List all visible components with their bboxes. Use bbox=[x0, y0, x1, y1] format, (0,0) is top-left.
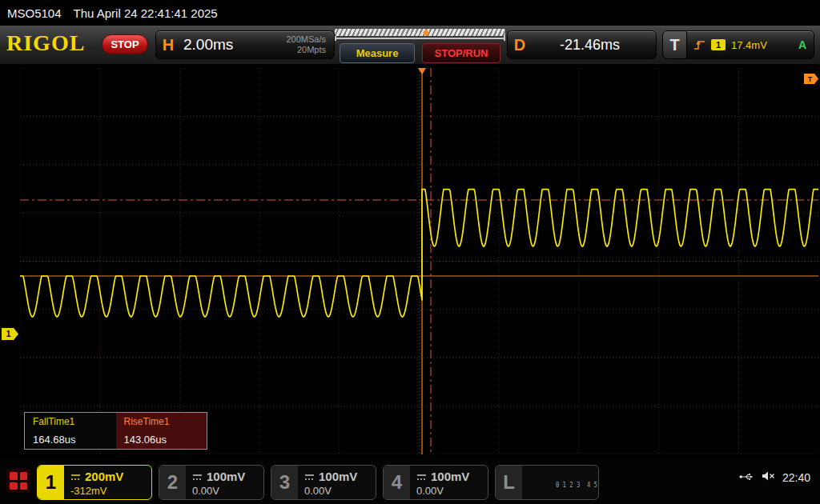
waveform-display[interactable] bbox=[20, 68, 818, 454]
logic-channel-numbers: 0 1 2 3 4 5 6 7 8 9 10 11 12 13 14 15 bbox=[522, 466, 599, 499]
logic-row-1: 0 1 2 3 4 5 6 7 bbox=[556, 482, 599, 489]
memory-range-line bbox=[335, 38, 505, 39]
horizontal-settings-block[interactable]: H 2.00ms 200MSa/s 20Mpts bbox=[155, 30, 335, 59]
trigger-key-label: T bbox=[663, 31, 687, 58]
channel-4-scale: 100mV bbox=[431, 470, 469, 483]
status-bar: MSO5104 Thu April 24 22:41:41 2025 bbox=[0, 0, 820, 26]
oscilloscope-screen: MSO5104 Thu April 24 22:41:41 2025 RIGOL… bbox=[0, 0, 820, 504]
coupling-icon bbox=[192, 470, 203, 483]
channel-3-scale: 100mV bbox=[319, 470, 357, 483]
channel-4-number: 4 bbox=[384, 466, 410, 499]
bottom-bar: 1 200mV -312mV 2 100mV bbox=[0, 460, 820, 504]
stop-run-button[interactable]: STOP/RUN bbox=[422, 43, 500, 63]
coupling-icon bbox=[70, 470, 81, 483]
horizontal-key-label: H bbox=[156, 36, 180, 54]
measurement-value-falltime: 164.68us bbox=[25, 430, 116, 449]
timebase-value: 2.00ms bbox=[183, 36, 233, 54]
trigger-level-value: 17.4mV bbox=[731, 39, 767, 51]
memory-hatch-bar bbox=[335, 29, 505, 36]
channel-2-offset: 0.00V bbox=[192, 485, 263, 497]
datetime-text: Thu April 24 22:41:41 2025 bbox=[74, 6, 218, 20]
measurement-name-risetime[interactable]: RiseTime1 bbox=[116, 413, 207, 430]
channel-1-number: 1 bbox=[38, 466, 64, 499]
delay-block[interactable]: D -21.46ms bbox=[507, 30, 657, 59]
sound-muted-icon bbox=[762, 470, 775, 484]
trigger-block[interactable]: T 1 17.4mV A bbox=[662, 30, 814, 59]
channel-3-offset: 0.00V bbox=[304, 485, 376, 497]
channel-3-block[interactable]: 3 100mV 0.00V bbox=[271, 465, 376, 500]
trigger-mode-indicator: A bbox=[798, 38, 806, 51]
channel1-offset-marker[interactable]: 1 bbox=[2, 328, 18, 340]
rigol-logo: RIGOL bbox=[6, 30, 85, 56]
memory-depth: 20Mpts bbox=[297, 45, 326, 54]
model-name: MSO5104 bbox=[7, 6, 62, 20]
quick-menu-icon[interactable] bbox=[6, 469, 30, 493]
channel-1-scale: 200mV bbox=[85, 470, 123, 483]
channel-2-number: 2 bbox=[159, 466, 186, 499]
measure-button[interactable]: Measure bbox=[340, 43, 415, 63]
delay-value: -21.46ms bbox=[532, 37, 656, 54]
coupling-icon bbox=[416, 470, 427, 483]
scope-graticule-and-trace bbox=[20, 68, 818, 454]
header-bar: RIGOL STOP H 2.00ms 200MSa/s 20Mpts Meas… bbox=[0, 26, 820, 64]
system-tray: 22:40 bbox=[739, 470, 810, 484]
sample-rate: 200MSa/s bbox=[286, 34, 326, 44]
channel-2-block[interactable]: 2 100mV 0.00V bbox=[159, 465, 264, 500]
channel-4-block[interactable]: 4 100mV 0.00V bbox=[383, 465, 488, 500]
channel-1-offset: -312mV bbox=[70, 485, 151, 497]
channel-1-block[interactable]: 1 200mV -312mV bbox=[37, 465, 152, 500]
logic-block-label: L bbox=[496, 466, 522, 499]
channel-4-offset: 0.00V bbox=[416, 485, 488, 497]
measurement-overlay[interactable]: FallTime1 RiseTime1 164.68us 143.06us bbox=[24, 412, 207, 450]
acquisition-rates: 200MSa/s 20Mpts bbox=[286, 34, 326, 55]
clock-text: 22:40 bbox=[782, 471, 810, 484]
trigger-slope-icon bbox=[693, 40, 705, 50]
channel-3-number: 3 bbox=[271, 466, 298, 499]
channel-2-scale: 100mV bbox=[207, 470, 245, 483]
run-state-badge: STOP bbox=[102, 34, 148, 54]
memory-position-bar bbox=[335, 29, 505, 42]
measurement-name-falltime[interactable]: FallTime1 bbox=[25, 413, 116, 430]
logic-channels-block[interactable]: L 0 1 2 3 4 5 6 7 8 9 10 11 12 13 14 15 bbox=[495, 465, 599, 500]
delay-key-label: D bbox=[508, 36, 532, 54]
usb-icon bbox=[739, 471, 754, 484]
measurement-value-risetime: 143.06us bbox=[116, 430, 207, 449]
trigger-source-badge: 1 bbox=[711, 39, 726, 50]
coupling-icon bbox=[304, 470, 315, 483]
